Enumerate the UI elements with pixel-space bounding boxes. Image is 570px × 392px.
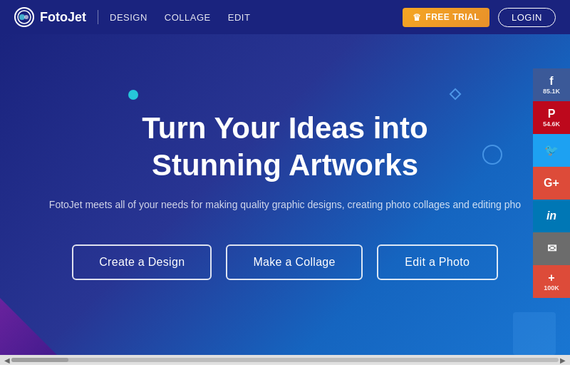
email-icon: ✉: [547, 243, 556, 254]
nav-collage[interactable]: COLLAGE: [165, 12, 211, 23]
scrollbar-thumb[interactable]: [11, 358, 68, 362]
pinterest-count: 54.6K: [543, 120, 560, 128]
nav-design[interactable]: DESIGN: [110, 12, 147, 23]
horizontal-scrollbar[interactable]: ◀ ▶: [0, 355, 570, 365]
make-collage-button[interactable]: Make a Collage: [226, 244, 362, 280]
logo-text: FotoJet: [40, 10, 86, 25]
nav-edit[interactable]: EDIT: [228, 12, 251, 23]
twitter-icon: 🐦: [544, 145, 559, 156]
edit-photo-button[interactable]: Edit a Photo: [377, 244, 498, 280]
decorative-shape-right: [513, 312, 556, 355]
share-plus-icon: +: [548, 272, 554, 284]
login-button[interactable]: LOGIN: [498, 8, 556, 27]
free-trial-button[interactable]: ♛ FREE TRIAL: [403, 8, 489, 27]
social-pinterest-button[interactable]: P 54.6K: [533, 101, 570, 134]
svg-point-2: [24, 15, 28, 19]
crown-icon: ♛: [413, 12, 422, 23]
social-share-button[interactable]: + 100K: [533, 265, 570, 298]
scroll-right-arrow[interactable]: ▶: [559, 356, 567, 364]
decorative-circle: [482, 145, 502, 165]
svg-point-1: [19, 14, 25, 20]
decorative-diamond: [450, 88, 462, 100]
decorative-dot: [128, 90, 138, 100]
decorative-shape-left: [0, 298, 57, 355]
hero-section: Turn Your Ideas into Stunning Artworks F…: [0, 34, 570, 355]
share-count: 100K: [544, 284, 559, 292]
facebook-icon: f: [549, 76, 553, 87]
hero-buttons: Create a Design Make a Collage Edit a Ph…: [72, 244, 498, 280]
hero-subtitle: FotoJet meets all of your needs for maki…: [35, 199, 535, 210]
hero-title-line2: Stunning Artworks: [152, 148, 418, 182]
social-sidebar: f 85.1K P 54.6K 🐦 G+ in ✉ + 100K: [533, 68, 570, 298]
social-email-button[interactable]: ✉: [533, 232, 570, 265]
hero-title: Turn Your Ideas into Stunning Artworks: [142, 110, 428, 185]
nav-divider: [98, 10, 98, 24]
create-design-button[interactable]: Create a Design: [72, 244, 212, 280]
logo-icon: [14, 7, 34, 27]
google-plus-icon: G+: [544, 177, 559, 189]
free-trial-label: FREE TRIAL: [425, 12, 480, 22]
nav-right: ♛ FREE TRIAL LOGIN: [403, 8, 556, 27]
facebook-count: 85.1K: [543, 88, 560, 95]
social-twitter-button[interactable]: 🐦: [533, 134, 570, 167]
pinterest-icon: P: [548, 108, 556, 120]
scrollbar-track: [11, 358, 559, 362]
scroll-left-arrow[interactable]: ◀: [3, 356, 11, 364]
logo[interactable]: FotoJet: [14, 7, 86, 27]
navbar: FotoJet DESIGN COLLAGE EDIT ♛ FREE TRIAL…: [0, 0, 570, 34]
linkedin-icon: in: [546, 210, 556, 222]
hero-title-line1: Turn Your Ideas into: [142, 111, 428, 145]
social-google-button[interactable]: G+: [533, 167, 570, 200]
social-linkedin-button[interactable]: in: [533, 200, 570, 232]
nav-links: DESIGN COLLAGE EDIT: [110, 12, 250, 23]
social-facebook-button[interactable]: f 85.1K: [533, 68, 570, 101]
